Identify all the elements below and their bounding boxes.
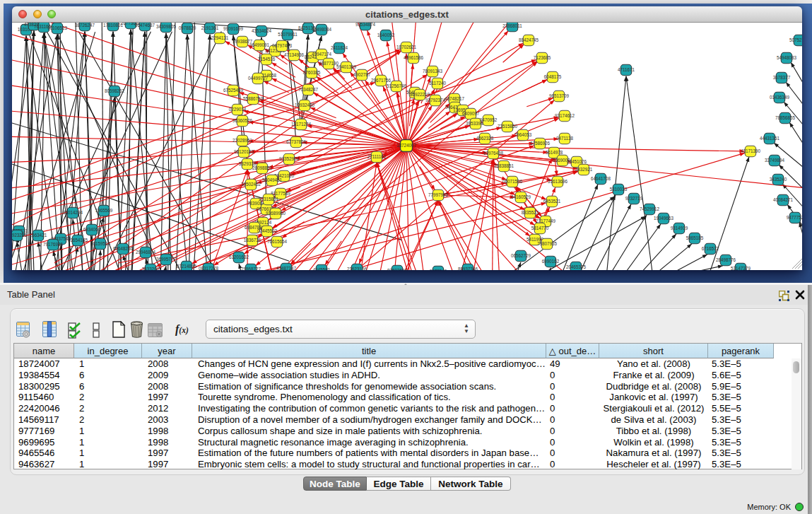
- svg-text:96120183: 96120183: [234, 149, 254, 154]
- svg-text:08317278: 08317278: [199, 266, 219, 270]
- svg-text:70106513: 70106513: [47, 25, 68, 30]
- svg-text:51079911: 51079911: [278, 32, 298, 37]
- svg-text:67525459: 67525459: [223, 88, 244, 93]
- svg-text:47134936: 47134936: [284, 52, 305, 57]
- svg-text:29671756: 29671756: [371, 78, 392, 83]
- svg-text:87214895: 87214895: [177, 264, 197, 269]
- svg-text:9314919: 9314919: [671, 226, 688, 230]
- svg-text:6716572: 6716572: [702, 246, 719, 251]
- svg-text:29946804: 29946804: [136, 250, 156, 255]
- svg-text:2294131: 2294131: [211, 35, 229, 40]
- svg-text:04499727: 04499727: [248, 76, 269, 81]
- svg-text:79807935: 79807935: [537, 241, 558, 246]
- svg-text:1640052: 1640052: [377, 33, 395, 37]
- svg-text:56049451: 56049451: [262, 177, 283, 182]
- svg-text:64641708: 64641708: [591, 176, 611, 181]
- svg-text:85014294: 85014294: [63, 210, 83, 215]
- svg-text:27028951: 27028951: [233, 138, 253, 143]
- svg-text:06071596: 06071596: [502, 179, 523, 184]
- svg-text:51613696: 51613696: [548, 179, 568, 184]
- svg-text:5865185: 5865185: [686, 235, 704, 240]
- svg-text:64160529: 64160529: [511, 194, 531, 199]
- svg-text:6453521: 6453521: [543, 199, 561, 204]
- svg-text:54948083: 54948083: [777, 55, 797, 60]
- svg-text:06797403: 06797403: [272, 43, 293, 48]
- svg-text:9670546: 9670546: [430, 269, 447, 270]
- svg-text:67976438: 67976438: [483, 151, 504, 156]
- svg-text:5814770: 5814770: [531, 226, 549, 230]
- svg-text:3435240: 3435240: [770, 177, 787, 182]
- svg-text:96513709: 96513709: [549, 93, 570, 98]
- svg-text:67737826: 67737826: [286, 139, 307, 144]
- svg-text:34309805: 34309805: [156, 24, 177, 29]
- svg-text:86922219: 86922219: [410, 92, 430, 97]
- svg-text:7964053: 7964053: [514, 132, 532, 137]
- svg-text:93352904: 93352904: [279, 156, 300, 161]
- svg-text:79868727: 79868727: [241, 267, 261, 270]
- svg-text:5310033: 5310033: [610, 187, 628, 192]
- svg-text:70348247: 70348247: [298, 87, 319, 92]
- svg-text:76615654: 76615654: [267, 239, 288, 244]
- svg-text:13171274: 13171274: [291, 122, 312, 127]
- svg-text:36995777: 36995777: [156, 257, 177, 262]
- svg-text:27315851: 27315851: [259, 197, 279, 201]
- svg-text:59401399: 59401399: [336, 64, 357, 69]
- svg-text:9477752: 9477752: [787, 215, 802, 220]
- svg-text:93534874: 93534874: [355, 23, 376, 27]
- svg-text:6934060: 6934060: [83, 227, 101, 232]
- svg-text:74529912: 74529912: [640, 206, 660, 211]
- svg-text:93174612: 93174612: [555, 113, 575, 118]
- svg-text:51256746: 51256746: [387, 83, 407, 88]
- svg-text:26838851: 26838851: [494, 163, 514, 168]
- svg-text:9232719: 9232719: [625, 196, 643, 201]
- svg-text:7154516: 7154516: [258, 57, 276, 62]
- svg-text:27868011: 27868011: [502, 23, 522, 28]
- svg-text:40748217: 40748217: [445, 96, 465, 101]
- svg-text:55886753: 55886753: [243, 96, 264, 101]
- svg-text:8835523: 8835523: [522, 210, 539, 215]
- svg-text:78091343: 78091343: [423, 69, 443, 74]
- svg-text:6048175: 6048175: [544, 74, 562, 79]
- svg-text:0470952: 0470952: [480, 117, 498, 122]
- svg-text:56159514: 56159514: [90, 241, 111, 246]
- svg-text:39502402: 39502402: [241, 182, 261, 187]
- svg-text:1836736: 1836736: [244, 238, 261, 243]
- svg-text:63201632: 63201632: [229, 255, 249, 259]
- svg-text:4902787: 4902787: [353, 72, 371, 77]
- svg-text:96360576: 96360576: [233, 118, 253, 123]
- svg-text:19049663: 19049663: [654, 216, 674, 221]
- svg-text:45961586: 45961586: [404, 55, 424, 60]
- svg-text:0978820: 0978820: [179, 25, 196, 30]
- svg-text:7123685: 7123685: [534, 55, 551, 60]
- svg-text:8760385: 8760385: [303, 70, 321, 75]
- svg-text:4345581: 4345581: [313, 267, 331, 270]
- svg-text:88937346: 88937346: [458, 267, 478, 270]
- svg-text:93792374: 93792374: [425, 98, 446, 103]
- svg-text:65648236: 65648236: [113, 246, 134, 251]
- svg-text:2411824: 2411824: [331, 45, 348, 50]
- svg-text:28498776: 28498776: [716, 257, 736, 262]
- svg-text:86923226: 86923226: [12, 233, 27, 238]
- svg-text:06562729: 06562729: [511, 253, 531, 258]
- svg-text:2432921: 2432921: [575, 167, 593, 172]
- svg-text:73515850: 73515850: [498, 124, 518, 129]
- svg-text:3433200: 3433200: [142, 267, 160, 270]
- svg-text:78498084: 78498084: [312, 27, 332, 32]
- svg-text:93689980: 93689980: [266, 211, 286, 216]
- svg-text:24451076: 24451076: [567, 159, 587, 164]
- svg-text:18702621: 18702621: [396, 45, 417, 49]
- svg-text:2563421: 2563421: [30, 233, 47, 238]
- svg-text:0471138: 0471138: [556, 136, 574, 141]
- svg-text:4711671: 4711671: [618, 67, 635, 72]
- svg-text:20465375: 20465375: [566, 264, 587, 269]
- svg-text:4562328: 4562328: [476, 136, 494, 141]
- svg-text:0229014: 0229014: [229, 107, 247, 112]
- svg-text:43487347: 43487347: [276, 266, 297, 270]
- svg-text:88424745: 88424745: [519, 37, 539, 42]
- svg-text:01436349: 01436349: [770, 95, 790, 100]
- svg-text:79176936: 79176936: [43, 242, 64, 247]
- svg-text:10932480: 10932480: [295, 103, 315, 107]
- svg-text:23623166: 23623166: [347, 267, 367, 270]
- svg-text:43171390: 43171390: [741, 148, 761, 153]
- svg-text:44431351: 44431351: [760, 136, 780, 141]
